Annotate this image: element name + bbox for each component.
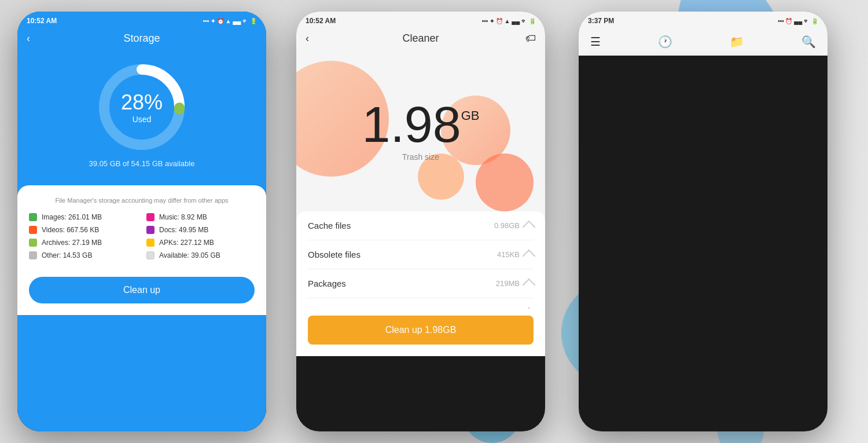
used-percent: 28% <box>121 90 163 115</box>
storage-item-other: Other: 14.53 GB <box>29 251 137 259</box>
phone1-header: ‹ Storage <box>17 28 266 49</box>
docs-dot <box>146 226 155 234</box>
obsolete-label: Obsolete files <box>308 250 361 259</box>
phone1-status-icons: ••• ✦ ⏰ ▲ ▄▄ ᯤ 🔋 <box>203 18 257 24</box>
other-label: Other: 14.53 GB <box>42 251 92 259</box>
cleaner-size-display: 1.98GB Trash size <box>362 99 479 162</box>
phone3-file-manager: 3:37 PM ••• ⏰ ▄▄ ᯤ 🔋 ☰ 🕐 📁 🔍 Images <box>579 12 827 431</box>
storage-item-music: Music: 8.92 MB <box>146 213 255 221</box>
cleanup-button[interactable]: Clean up <box>29 277 255 303</box>
storage-note: File Manager's storage accounting may di… <box>29 197 255 204</box>
phone2-status-bar: 10:52 AM ••• ✦ ⏰ ▲ ▄▄ ᯤ 🔋 <box>296 12 545 28</box>
phone2-cleaner: 10:52 AM ••• ✦ ⏰ ▲ ▄▄ ᯤ 🔋 ‹ Cleaner 🏷 1.… <box>296 12 545 431</box>
available-label: Available: 39.05 GB <box>159 251 220 259</box>
used-label: Used <box>121 115 163 124</box>
menu-icon[interactable]: ☰ <box>588 32 603 51</box>
storage-donut-container: 28% Used 39.05 GB of 54.15 GB available <box>17 49 266 185</box>
page-title: Storage <box>123 32 160 45</box>
other-dot <box>29 251 37 259</box>
apks-dot <box>146 239 155 247</box>
phone1-status-bar: 10:52 AM ••• ✦ ⏰ ▲ ▄▄ ᯤ 🔋 <box>17 12 266 28</box>
phone3-time: 3:37 PM <box>588 17 614 25</box>
phone2-header: ‹ Cleaner 🏷 <box>296 28 545 49</box>
storage-item-videos: Videos: 667.56 KB <box>29 226 137 234</box>
chevron-up-icon <box>523 220 536 233</box>
obsolete-size: 415KB <box>497 250 534 259</box>
docs-label: Docs: 49.95 MB <box>159 226 208 234</box>
phone3-header: ☰ 🕐 📁 🔍 <box>579 28 827 56</box>
storage-item-available: Available: 39.05 GB <box>146 251 255 259</box>
cache-label: Cache files <box>308 221 351 230</box>
back-button[interactable]: ‹ <box>27 32 30 45</box>
cleaner-bottom: Clean up 1.98GB <box>296 309 545 356</box>
chevron-up-icon3 <box>523 278 536 291</box>
packages-label: Packages <box>308 279 346 288</box>
storage-item-images: Images: 261.01 MB <box>29 213 137 221</box>
phone1-bottom-panel: File Manager's storage accounting may di… <box>17 185 266 315</box>
available-dot <box>146 251 155 259</box>
apks-label: APKs: 227.12 MB <box>159 239 214 247</box>
cleaner-title: Cleaner <box>402 32 439 45</box>
images-dot <box>29 213 37 221</box>
storage-donut: 28% Used <box>95 61 188 153</box>
cleaner-item-obsolete[interactable]: Obsolete files 415KB <box>308 240 534 269</box>
storage-item-apks: APKs: 227.12 MB <box>146 239 255 247</box>
phone1-time: 10:52 AM <box>27 17 57 25</box>
phone1-storage: 10:52 AM ••• ✦ ⏰ ▲ ▄▄ ᯤ 🔋 ‹ Storage 28% … <box>17 12 266 431</box>
phone2-time: 10:52 AM <box>306 17 336 25</box>
back-icon[interactable]: ‹ <box>306 32 309 45</box>
folder-icon[interactable]: 📁 <box>727 32 746 51</box>
blob4 <box>476 153 534 211</box>
storage-item-docs: Docs: 49.95 MB <box>146 226 255 234</box>
music-label: Music: 8.92 MB <box>159 213 207 221</box>
phone3-status-icons: ••• ⏰ ▄▄ ᯤ 🔋 <box>778 18 818 24</box>
images-label: Images: 261.01 MB <box>42 213 102 221</box>
phone3-status-bar: 3:37 PM ••• ⏰ ▄▄ ᯤ 🔋 <box>579 12 827 28</box>
trash-unit: GB <box>461 108 480 123</box>
trash-size-number: 1.98 <box>362 96 461 153</box>
trash-label: Trash size <box>362 152 479 162</box>
storage-grid: Images: 261.01 MB Music: 8.92 MB Videos:… <box>29 213 255 259</box>
cache-size: 0.98GB <box>494 221 534 230</box>
storage-info-text: 39.05 GB of 54.15 GB available <box>89 153 195 180</box>
shop-icon[interactable]: 🏷 <box>525 32 536 45</box>
music-dot <box>146 213 155 221</box>
videos-label: Videos: 667.56 KB <box>42 226 99 234</box>
archives-dot <box>29 239 37 247</box>
chevron-up-icon2 <box>523 249 536 262</box>
packages-size: 219MB <box>496 279 534 288</box>
cleaner-item-cache[interactable]: Cache files 0.98GB <box>308 211 534 240</box>
storage-item-archives: Archives: 27.19 MB <box>29 239 137 247</box>
cleaner-hero: 1.98GB Trash size <box>296 49 545 211</box>
search-icon[interactable]: 🔍 <box>799 32 818 51</box>
donut-text: 28% Used <box>121 90 163 124</box>
phone2-status-icons: ••• ✦ ⏰ ▲ ▄▄ ᯤ 🔋 <box>482 18 536 24</box>
cleanup-button2[interactable]: Clean up 1.98GB <box>308 316 534 345</box>
videos-dot <box>29 226 37 234</box>
clock-icon[interactable]: 🕐 <box>656 32 675 51</box>
cleaner-item-packages[interactable]: Packages 219MB <box>308 269 534 298</box>
archives-label: Archives: 27.19 MB <box>42 239 102 247</box>
